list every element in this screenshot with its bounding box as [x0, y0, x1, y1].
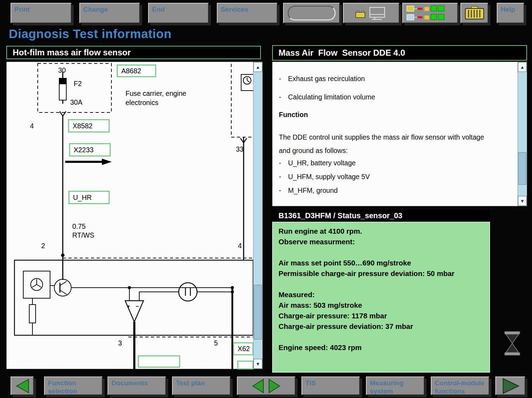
connector-a8682-box: A8682: [117, 65, 156, 77]
test-plan-button[interactable]: Test plan: [172, 376, 231, 395]
connector-icon: [464, 6, 485, 20]
status-line: Charge-air pressure deviation: 37 mbar: [279, 321, 460, 332]
bullet-text: U_HR, battery voltage: [288, 158, 356, 167]
circuit-diagram-button[interactable]: [402, 3, 458, 23]
info-bullet: - Exhaust gas recirculation: [279, 74, 508, 83]
arrow-right-icon: [501, 378, 520, 394]
function-selection-button[interactable]: Function selection: [44, 376, 103, 395]
scroll-up-icon: ▲: [256, 65, 260, 70]
status-header: B1361_D3HFM / Status_sensor_03: [272, 210, 490, 222]
pin-3-label: 3: [118, 339, 122, 347]
bullet-text: Exhaust gas recirculation: [288, 74, 365, 83]
pin-5-label: 5: [214, 339, 218, 347]
diagram-panel-header: Hot-film mass air flow sensor: [6, 46, 261, 59]
help-button[interactable]: Help: [497, 3, 524, 23]
status-line: Measured:: [279, 289, 460, 300]
opamp-plus-label: +: [127, 303, 130, 309]
indicator-lamp-button[interactable]: [283, 3, 340, 23]
circuit-diagram-icon: [406, 5, 454, 22]
scroll-down-icon: ▼: [520, 198, 525, 204]
status-line: Air mass: 503 mg/stroke: [279, 300, 460, 311]
function-paragraph-line: The DDE control unit supplies the mass a…: [279, 130, 508, 144]
services-button[interactable]: Services: [217, 3, 277, 23]
scroll-thumb[interactable]: [254, 285, 262, 339]
connector-x8582-box: X8582: [68, 119, 110, 133]
pin-4-right-label: 4: [238, 242, 242, 250]
fuse-carrier-caption: Fuse carrier, engine electronics: [126, 89, 194, 107]
pin-4-left-label: 4: [30, 122, 34, 130]
status-line: Observe measurment:: [279, 237, 460, 247]
info-scrollbar[interactable]: ▲ ▼: [518, 62, 527, 206]
connector-x2233-box: X2233: [69, 143, 111, 157]
scroll-up-button[interactable]: ▲: [253, 62, 262, 72]
fuse-name-label: F2: [74, 80, 82, 88]
status-line: Run engine at 4100 rpm.: [279, 226, 460, 237]
pill-icon: [288, 6, 336, 20]
info-text: - Exhaust gas recirculation - Calculatin…: [273, 62, 518, 206]
blank-line: [279, 279, 460, 289]
measurement-devices-button[interactable]: [343, 3, 399, 23]
bullet-text: Calculating limitation volume: [288, 92, 375, 102]
tis-button[interactable]: TIS: [301, 376, 360, 395]
info-bullet: - U_HFM, supply voltage 5V: [279, 172, 508, 181]
connector-view-button[interactable]: [460, 3, 488, 23]
nav-forward-button[interactable]: [495, 376, 525, 395]
info-bullet: - M_HFM, ground: [279, 186, 508, 195]
documents-button[interactable]: Documents: [108, 376, 166, 395]
wiring-diagram-panel: + − 30 F2 30A Fuse carrier, engine elect…: [6, 62, 263, 369]
bullet-text: U_HFM, supply voltage 5V: [288, 172, 370, 181]
status-line: Charge-air pressure: 1178 mbar: [279, 311, 460, 321]
bullet-dash: -: [279, 74, 288, 83]
opamp-minus-label: −: [136, 303, 139, 309]
pin-2-label: 2: [41, 242, 45, 250]
scroll-up-button[interactable]: ▲: [518, 62, 527, 72]
pin-33-label: 33: [236, 145, 244, 153]
status-line: Engine speed: 4023 rpm: [279, 342, 460, 353]
control-module-functions-button[interactable]: Control-module functions: [431, 376, 489, 395]
arrow-left-icon: [251, 378, 265, 394]
hourglass-icon: [503, 331, 522, 357]
info-bullet: - Calculating limitation volume: [279, 92, 508, 102]
connector-box-bottom-right: [237, 361, 253, 369]
step-back-forward-button[interactable]: [237, 376, 295, 395]
nav-back-button[interactable]: [11, 376, 34, 395]
bullet-text: M_HFM, ground: [288, 186, 338, 195]
bullet-dash: -: [279, 172, 288, 181]
connector-x62-box: X62: [233, 342, 253, 355]
fuse-rating-label: 30A: [70, 98, 82, 106]
wiring-diagram: + −: [7, 62, 263, 369]
status-line: Permissible charge-air pressure deviatio…: [279, 268, 460, 279]
print-button[interactable]: Print: [11, 3, 72, 23]
status-result-box: Run engine at 4100 rpm. Observe measurme…: [272, 222, 490, 373]
scroll-up-icon: ▲: [520, 65, 525, 70]
connector-box-bottom-center: [138, 355, 180, 368]
signal-u-hr-box: U_HR: [68, 191, 110, 204]
blank-line: [279, 332, 460, 342]
battery-scope-icon: [354, 5, 388, 22]
scroll-thumb[interactable]: [518, 152, 526, 185]
diagram-scrollbar[interactable]: ▲ ▼: [253, 62, 262, 369]
end-button[interactable]: End: [148, 3, 209, 23]
scroll-down-button[interactable]: ▼: [518, 196, 527, 206]
change-button[interactable]: Change: [79, 3, 140, 23]
bullet-dash: -: [279, 158, 288, 167]
info-panel: - Exhaust gas recirculation - Calculatin…: [272, 62, 527, 206]
terminal-30-label: 30: [58, 66, 66, 74]
bullet-dash: -: [279, 186, 288, 195]
wire-color-label: RT/WS: [72, 231, 94, 239]
wire-cross-section-label: 0.75: [72, 222, 86, 231]
function-heading: Function: [279, 111, 508, 119]
dis-diagnosis-screen: Print Change End Services: [0, 0, 532, 398]
info-bullet: - U_HR, battery voltage: [279, 158, 508, 167]
info-panel-header: Mass Air Flow Sensor DDE 4.0: [272, 45, 527, 61]
bullet-dash: -: [279, 92, 288, 102]
page-title: Diagnosis Test information: [9, 27, 172, 41]
arrow-left-icon: [14, 378, 31, 394]
arrow-right-icon: [268, 378, 282, 394]
status-line: Air mass set point 550…690 mg/stroke: [279, 258, 460, 268]
blank-line: [279, 247, 460, 258]
function-paragraph-line: and ground as follows:: [279, 144, 508, 157]
scroll-down-icon: ▼: [256, 361, 260, 367]
measuring-system-button[interactable]: Measuring system: [366, 376, 424, 395]
scroll-down-button[interactable]: ▼: [253, 359, 262, 369]
